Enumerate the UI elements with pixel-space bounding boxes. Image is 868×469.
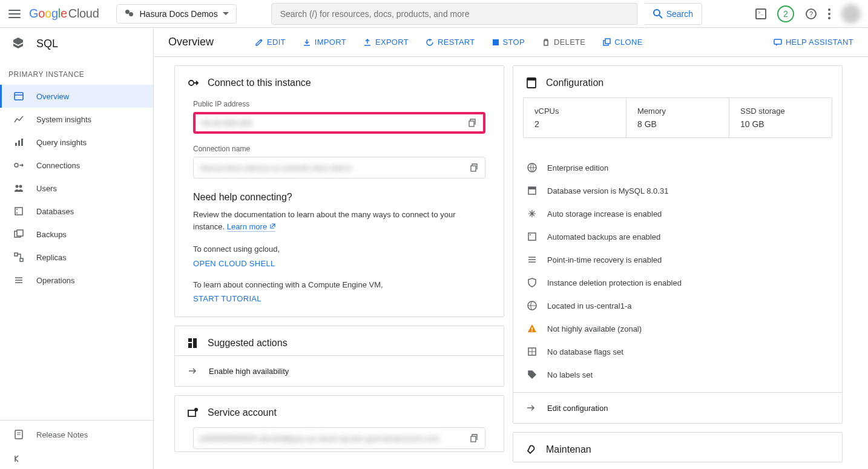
open-cloud-shell-button[interactable]: OPEN CLOUD SHELL bbox=[193, 259, 485, 268]
config-item: Database version is MySQL 8.0.31 bbox=[513, 179, 842, 202]
svg-point-32 bbox=[189, 80, 194, 85]
stop-button[interactable]: STOP bbox=[492, 38, 525, 47]
collapse-icon bbox=[13, 454, 22, 463]
configuration-card: Configuration vCPUs2 Memory8 GB SSD stor… bbox=[513, 65, 843, 424]
page-title: Overview bbox=[168, 36, 214, 48]
search-button[interactable]: Search bbox=[645, 3, 702, 25]
svg-point-17 bbox=[16, 212, 18, 214]
grid-icon bbox=[527, 346, 538, 357]
config-item: Located in us-central1-a bbox=[513, 294, 842, 317]
expand-icon bbox=[527, 208, 538, 219]
user-avatar[interactable] bbox=[841, 4, 861, 24]
sidebar-item-overview[interactable]: Overview bbox=[0, 85, 153, 108]
pencil-icon bbox=[255, 38, 263, 47]
svg-point-12 bbox=[15, 163, 18, 167]
sidebar-item-backups[interactable]: Backups bbox=[0, 223, 153, 246]
edit-configuration-button[interactable]: Edit configuration bbox=[513, 392, 842, 423]
clone-button[interactable]: CLONE bbox=[602, 38, 642, 47]
config-item: Automated backups are enabled bbox=[513, 225, 842, 248]
help-icon[interactable]: ? bbox=[805, 8, 817, 20]
svg-rect-34 bbox=[471, 166, 476, 171]
copy-conn-button[interactable] bbox=[469, 163, 479, 172]
public-ip-value: 00.00.000.000 bbox=[202, 119, 467, 128]
config-item: Instance deletion protection is enabled bbox=[513, 271, 842, 294]
search-input-container[interactable] bbox=[271, 3, 637, 25]
svg-rect-31 bbox=[774, 39, 781, 44]
export-button[interactable]: EXPORT bbox=[363, 38, 409, 47]
db-icon bbox=[527, 185, 538, 196]
search-input[interactable] bbox=[280, 9, 628, 19]
replicas-icon bbox=[13, 252, 24, 263]
sidebar-item-system-insights[interactable]: System insights bbox=[0, 108, 153, 131]
menu-icon[interactable] bbox=[7, 7, 22, 21]
project-picker[interactable]: Hasura Docs Demos bbox=[116, 4, 237, 24]
svg-rect-40 bbox=[471, 436, 476, 442]
chat-icon bbox=[774, 38, 782, 47]
project-icon bbox=[124, 8, 135, 19]
sidebar-item-users[interactable]: Users bbox=[0, 177, 153, 200]
svg-line-1 bbox=[659, 15, 662, 18]
google-cloud-logo[interactable]: GoogleCloud bbox=[29, 7, 99, 21]
conn-name-label: Connection name bbox=[193, 145, 485, 153]
restart-button[interactable]: RESTART bbox=[426, 38, 475, 47]
copy-sa-button[interactable] bbox=[469, 433, 479, 443]
operations-icon bbox=[13, 275, 24, 286]
stop-icon bbox=[492, 39, 499, 46]
svg-point-0 bbox=[654, 10, 660, 16]
suggested-actions-card: Suggested actions Enable high availabili… bbox=[174, 326, 504, 387]
trial-badge[interactable]: 2 bbox=[777, 5, 794, 22]
svg-point-13 bbox=[16, 185, 19, 188]
search-icon bbox=[653, 9, 663, 19]
svg-rect-33 bbox=[469, 121, 474, 126]
sidebar-item-query-insights[interactable]: Query insights bbox=[0, 131, 153, 154]
svg-rect-36 bbox=[188, 343, 192, 348]
arrow-right-icon bbox=[187, 366, 198, 376]
help-text: Review the documentation to learn about … bbox=[193, 209, 485, 232]
sidebar-item-databases[interactable]: Databases bbox=[0, 200, 153, 223]
list-icon bbox=[527, 254, 538, 265]
sidebar-item-replicas[interactable]: Replicas bbox=[0, 246, 153, 269]
svg-text:?: ? bbox=[809, 10, 813, 18]
toolbar: Overview EDIT IMPORT EXPORT RESTART STOP… bbox=[154, 28, 868, 57]
svg-rect-45 bbox=[528, 187, 536, 189]
copy-ip-button[interactable] bbox=[467, 118, 477, 128]
sidebar-product[interactable]: SQL bbox=[0, 28, 153, 59]
svg-point-16 bbox=[16, 209, 18, 210]
sidebar-section-label: PRIMARY INSTANCE bbox=[0, 59, 153, 85]
release-notes-icon bbox=[13, 429, 24, 440]
conn-name-value: hasura-docs-demos:us-central1:docs-demo bbox=[200, 163, 469, 172]
suggested-title: Suggested actions bbox=[208, 338, 288, 349]
backup-icon bbox=[527, 231, 538, 242]
service-account-title: Service account bbox=[208, 407, 277, 418]
sidebar-item-operations[interactable]: Operations bbox=[0, 269, 153, 292]
svg-point-14 bbox=[19, 185, 22, 188]
more-icon[interactable] bbox=[828, 8, 830, 19]
svg-rect-7 bbox=[15, 93, 23, 100]
delete-button[interactable]: DELETE bbox=[542, 38, 585, 47]
start-tutorial-button[interactable]: START TUTORIAL bbox=[193, 294, 485, 303]
overview-icon bbox=[13, 91, 24, 102]
learn-more-link[interactable]: Learn more bbox=[227, 222, 275, 232]
svg-point-5 bbox=[828, 13, 830, 15]
svg-rect-28 bbox=[493, 39, 499, 45]
service-account-card: Service account p000000000000-abcdef@gcp… bbox=[174, 395, 504, 452]
databases-icon bbox=[13, 206, 24, 217]
cloud-shell-icon[interactable] bbox=[755, 8, 766, 19]
service-account-field: p000000000000-abcdef@gcp-sa-cloud-sql.ia… bbox=[193, 427, 485, 449]
external-link-icon bbox=[269, 223, 275, 229]
trash-icon bbox=[542, 38, 550, 47]
import-button[interactable]: IMPORT bbox=[303, 38, 346, 47]
config-item: Auto storage increase is enabled bbox=[513, 202, 842, 225]
collapse-sidebar-button[interactable] bbox=[0, 448, 153, 469]
export-icon bbox=[363, 38, 372, 47]
release-notes-link[interactable]: Release Notes bbox=[0, 421, 153, 448]
system-insights-icon bbox=[13, 114, 24, 125]
svg-rect-35 bbox=[188, 338, 192, 342]
help-assistant-button[interactable]: HELP ASSISTANT bbox=[774, 38, 853, 47]
enable-ha-action[interactable]: Enable high availability bbox=[175, 355, 504, 386]
sidebar-item-connections[interactable]: Connections bbox=[0, 154, 153, 177]
users-icon bbox=[13, 183, 24, 194]
svg-rect-37 bbox=[193, 338, 197, 348]
edit-button[interactable]: EDIT bbox=[255, 38, 286, 47]
chevron-down-icon bbox=[223, 12, 229, 16]
